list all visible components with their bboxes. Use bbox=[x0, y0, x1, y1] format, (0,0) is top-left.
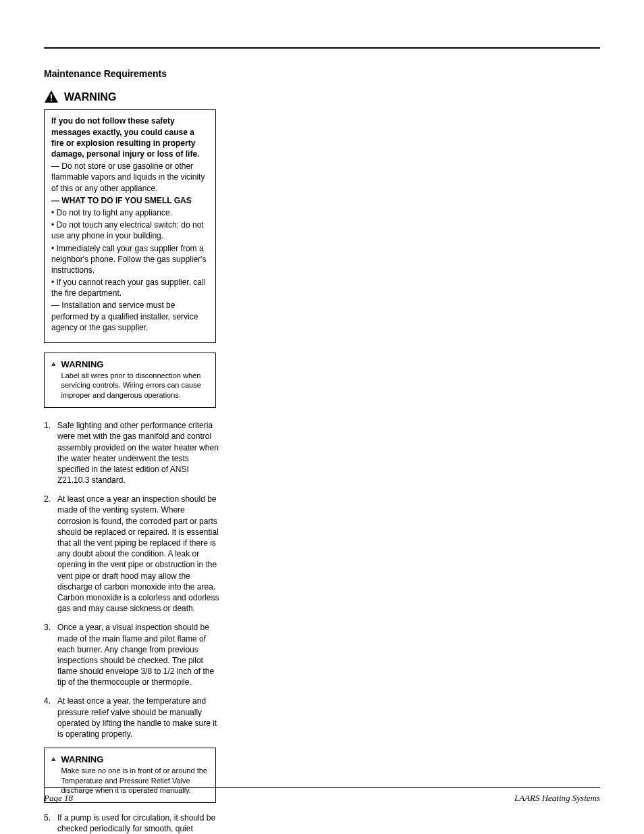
list-item: 4. At least once a year, the temperature… bbox=[44, 696, 219, 739]
page-footer: Page 18 LAARS Heating Systems bbox=[44, 787, 600, 804]
step-text: Safe lighting and other performance crit… bbox=[57, 420, 219, 486]
step-num: 1. bbox=[44, 420, 53, 486]
safety-do2: • Do not touch any electrical switch; do… bbox=[51, 219, 209, 241]
list-item: 5. If a pump is used for circulation, it… bbox=[44, 812, 219, 834]
svg-rect-1 bbox=[51, 94, 52, 98]
section-heading: Maintenance Requirements bbox=[44, 68, 600, 80]
steps-list: 1. Safe lighting and other performance c… bbox=[44, 420, 219, 739]
step-text: At least once a year an inspection shoul… bbox=[57, 494, 219, 614]
safety-do4: • If you cannot reach your gas supplier,… bbox=[51, 277, 209, 298]
warning-label: WARNING bbox=[64, 90, 116, 105]
step-num: 3. bbox=[44, 622, 53, 687]
safety-box: If you do not follow these safety messag… bbox=[44, 109, 216, 343]
step-num: 4. bbox=[44, 696, 53, 739]
step-text: Once a year, a visual inspection should … bbox=[57, 622, 219, 687]
safety-closing: — Installation and service must be perfo… bbox=[51, 300, 209, 333]
warning-triangle-icon bbox=[44, 90, 59, 103]
footer-left: Page 18 bbox=[44, 792, 73, 804]
svg-rect-2 bbox=[51, 99, 52, 101]
footer-right: LAARS Heating Systems bbox=[514, 792, 600, 804]
svg-rect-4 bbox=[53, 363, 54, 365]
step-num: 2. bbox=[44, 494, 53, 614]
safety-do1: • Do not try to light any appliance. bbox=[51, 207, 209, 218]
step-warning-label: WARNING bbox=[61, 754, 209, 766]
steps-list-continued: 5. If a pump is used for circulation, it… bbox=[44, 812, 219, 834]
safety-intro: If you do not follow these safety messag… bbox=[51, 115, 209, 159]
step-num: 5. bbox=[44, 812, 53, 834]
svg-rect-7 bbox=[53, 758, 54, 760]
list-item: 1. Safe lighting and other performance c… bbox=[44, 420, 219, 486]
embedded-warning-label: WARNING bbox=[61, 359, 209, 371]
safety-do3: • Immediately call your gas supplier fro… bbox=[51, 243, 209, 276]
warning-triangle-icon bbox=[51, 754, 55, 764]
svg-rect-5 bbox=[53, 365, 54, 365]
top-rule bbox=[44, 47, 600, 49]
step-text: At least once a year, the temperature an… bbox=[57, 696, 219, 739]
embedded-warning-body: Label all wires prior to disconnection w… bbox=[61, 371, 209, 401]
step-text: If a pump is used for circulation, it sh… bbox=[57, 812, 219, 834]
list-item: 2. At least once a year an inspection sh… bbox=[44, 494, 219, 614]
safety-whattodo-label: — WHAT TO DO IF YOU SMELL GAS bbox=[51, 195, 209, 206]
svg-rect-8 bbox=[53, 760, 54, 761]
list-item: 3. Once a year, a visual inspection shou… bbox=[44, 622, 219, 687]
warning-triangle-icon bbox=[51, 359, 56, 369]
warning-row: WARNING bbox=[44, 90, 600, 105]
safety-bullet-1: — Do not store or use gasoline or other … bbox=[51, 161, 209, 194]
embedded-warning-box: WARNING Label all wires prior to disconn… bbox=[44, 353, 216, 408]
